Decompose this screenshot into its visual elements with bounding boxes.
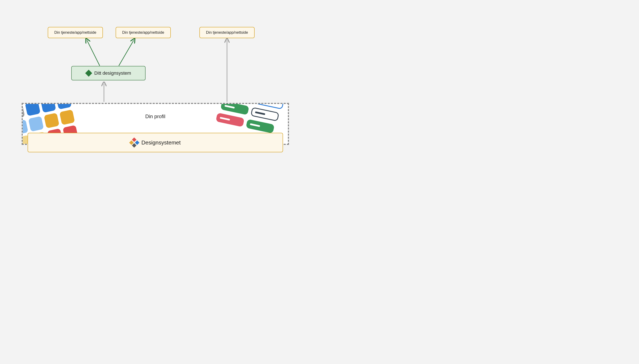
designsystemet-node: Designsystemet [28, 133, 283, 152]
service-label: Din tjeneste/app/nettside [206, 30, 248, 34]
designsystem-label: Ditt designsystem [94, 70, 131, 76]
arrow-designsystem-to-service1 [74, 38, 104, 67]
svg-line-1 [119, 40, 134, 66]
arrow-profile-to-designsystem [98, 82, 110, 103]
designsystemet-logo-icon [130, 138, 138, 147]
diagram-canvas: Din tjeneste/app/nettside Din tjeneste/a… [0, 0, 320, 182]
service-label: Din tjeneste/app/nettside [122, 30, 164, 34]
designsystem-icon [86, 70, 92, 76]
your-designsystem-node: Ditt designsystem [71, 66, 146, 80]
arrow-profile-to-service3 [221, 38, 233, 103]
service-node-2: Din tjeneste/app/nettside [116, 27, 171, 38]
service-label: Din tjeneste/app/nettside [54, 30, 96, 34]
service-node-1: Din tjeneste/app/nettside [48, 27, 103, 38]
service-node-3: Din tjeneste/app/nettside [200, 27, 254, 38]
designsystemet-label: Designsystemet [142, 139, 181, 146]
profile-label: Din profil [145, 114, 166, 120]
arrow-designsystem-to-service2 [114, 38, 144, 67]
svg-line-0 [87, 40, 100, 66]
